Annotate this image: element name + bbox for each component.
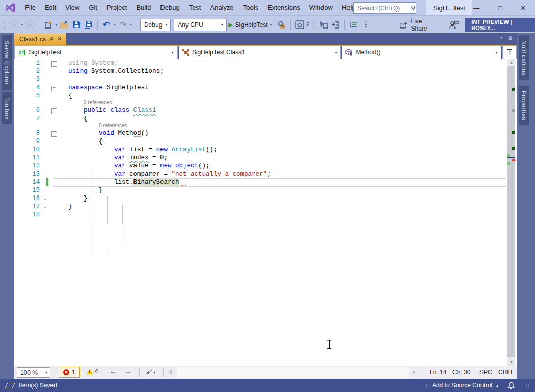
code-editor[interactable]: 1−using System;2using System.Collections… bbox=[14, 59, 517, 366]
code-line-8[interactable]: 8− void Method() bbox=[14, 129, 517, 137]
code-line-11[interactable]: 11 var index = 0; bbox=[14, 154, 517, 162]
code-line-12[interactable]: 12 var value = new object(); bbox=[14, 162, 517, 170]
account-badge-button[interactable]: INT PREVIEW | ROSLY... bbox=[465, 18, 535, 32]
menu-item-tools[interactable]: Tools bbox=[238, 0, 263, 15]
left-rail-tab-toolbox[interactable]: Toolbox bbox=[2, 92, 12, 124]
pin-icon[interactable]: ⚲ bbox=[48, 35, 56, 43]
horizontal-scrollbar-thumb[interactable] bbox=[177, 367, 409, 377]
collapse-region-icon[interactable]: − bbox=[51, 61, 57, 67]
code-line-3[interactable]: 3 bbox=[14, 75, 517, 83]
code-line-16[interactable]: 16 } bbox=[14, 194, 517, 203]
live-share-button[interactable]: Live Share bbox=[399, 19, 436, 31]
code-line-7[interactable]: 7 { bbox=[14, 115, 517, 123]
format-options-button[interactable]: ″ ▾ bbox=[360, 19, 372, 31]
menu-item-build[interactable]: Build bbox=[131, 0, 155, 15]
add-to-source-control-button[interactable]: Add to Source Control bbox=[432, 382, 492, 389]
source-control-caret-icon[interactable]: ▴ bbox=[496, 383, 498, 388]
quick-search-box[interactable]: Search (Ctrl+Q) ⚲ bbox=[353, 2, 416, 14]
redo-dropdown[interactable]: ▾ bbox=[130, 22, 132, 27]
menu-item-file[interactable]: File bbox=[20, 0, 40, 15]
home-options-dropdown[interactable]: ▾ bbox=[307, 22, 309, 27]
home-button[interactable] bbox=[293, 19, 306, 31]
maximize-button[interactable]: □ bbox=[492, 0, 509, 15]
encoding-indicator[interactable]: SPC bbox=[479, 369, 492, 376]
sort-usings-button[interactable] bbox=[347, 19, 360, 31]
redo-button[interactable]: ↷ bbox=[117, 19, 129, 31]
find-in-files-button[interactable] bbox=[276, 19, 288, 31]
code-line-1[interactable]: 1−using System; bbox=[14, 59, 517, 67]
toolbar-grip[interactable] bbox=[3, 20, 5, 30]
menu-item-debug[interactable]: Debug bbox=[155, 0, 184, 15]
minimize-button[interactable]: — bbox=[468, 0, 485, 15]
collapse-region-icon[interactable]: − bbox=[51, 131, 57, 137]
resize-grip[interactable] bbox=[526, 383, 530, 387]
column-indicator[interactable]: Ch: 30 bbox=[452, 369, 470, 376]
collapse-region-icon[interactable]: − bbox=[51, 108, 57, 114]
tab-list-dropdown-icon[interactable]: ▾ bbox=[500, 35, 502, 42]
type-dropdown[interactable]: SigHelpTest.Class1 ▾ bbox=[179, 46, 341, 59]
warning-count-button[interactable]: 4 bbox=[87, 368, 98, 375]
left-rail-tab-server-explorer[interactable]: Server Explorer bbox=[2, 35, 12, 90]
solution-configuration-combo[interactable]: Debug ▾ bbox=[140, 19, 171, 31]
right-rail-tab-properties[interactable]: Properties bbox=[519, 86, 529, 125]
collapse-region-icon[interactable]: − bbox=[51, 86, 57, 91]
scroll-up-icon[interactable]: ▲ bbox=[507, 59, 515, 66]
save-all-button[interactable] bbox=[83, 19, 95, 31]
vertical-scrollbar[interactable]: ▲ ▼ bbox=[507, 59, 515, 366]
toolbar-grip[interactable] bbox=[313, 20, 315, 30]
code-line-18[interactable]: 18 bbox=[14, 211, 517, 219]
split-window-button[interactable]: ↕ bbox=[502, 46, 517, 59]
menu-item-analyze[interactable]: Analyze bbox=[205, 0, 238, 15]
menu-item-view[interactable]: View bbox=[61, 0, 84, 15]
navigate-to-file-button[interactable] bbox=[330, 19, 342, 31]
zoom-level-combo[interactable]: 100 % ▾ bbox=[17, 367, 50, 378]
code-cleanup-button[interactable]: 🖌 ▾ bbox=[146, 368, 155, 375]
save-button[interactable] bbox=[70, 19, 83, 31]
member-dropdown[interactable]: Method() ▾ bbox=[342, 46, 501, 59]
project-dropdown[interactable]: C# SigHelpTest ▾ bbox=[14, 46, 178, 59]
line-ending-indicator[interactable]: CRLF bbox=[498, 369, 514, 376]
code-line-15[interactable]: 15 } bbox=[14, 186, 517, 194]
menu-item-window[interactable]: Window bbox=[305, 0, 337, 15]
navigate-backward-button[interactable]: ◀ bbox=[8, 19, 20, 31]
codelens-references-link[interactable]: 0 references bbox=[84, 100, 112, 105]
undo-dropdown[interactable]: ▾ bbox=[114, 22, 116, 27]
navigate-forward-button[interactable]: ▶ bbox=[24, 19, 36, 31]
right-rail-tab-notifications[interactable]: Notifications bbox=[519, 35, 529, 80]
code-line-5[interactable]: 5{ bbox=[14, 92, 517, 100]
document-tab-class1[interactable]: Class1.cs ⚲ ✕ bbox=[14, 33, 66, 45]
menu-item-edit[interactable]: Edit bbox=[40, 0, 61, 15]
menu-item-extensions[interactable]: Extensions bbox=[263, 0, 305, 15]
notifications-bell-icon[interactable] bbox=[507, 382, 515, 389]
new-project-button[interactable] bbox=[42, 19, 54, 31]
new-project-dropdown[interactable]: ▾ bbox=[55, 22, 57, 27]
menu-item-project[interactable]: Project bbox=[102, 0, 131, 15]
line-indicator[interactable]: Ln: 14 bbox=[430, 369, 446, 376]
send-feedback-button[interactable] bbox=[447, 19, 460, 31]
error-count-button[interactable]: ✕ 1 bbox=[59, 367, 80, 378]
code-line-9[interactable]: 9 { bbox=[14, 137, 517, 146]
code-line-13[interactable]: 13 var comparer = "not actually a compar… bbox=[14, 170, 517, 178]
undo-button[interactable]: ↶ bbox=[100, 19, 113, 31]
codelens-references-link[interactable]: 0 references bbox=[99, 123, 127, 128]
code-line-4[interactable]: 4−namespace SigHelpTest bbox=[14, 83, 517, 92]
scroll-right-icon[interactable] bbox=[413, 370, 416, 375]
next-issue-button[interactable]: → bbox=[125, 367, 132, 375]
navigate-backward-dropdown[interactable]: ▾ bbox=[21, 22, 23, 27]
code-line-14[interactable]: 14 list.BinarySearch bbox=[14, 178, 517, 186]
open-file-button[interactable] bbox=[58, 19, 70, 31]
solution-platform-combo[interactable]: Any CPU ▾ bbox=[174, 19, 227, 31]
menu-item-test[interactable]: Test bbox=[184, 0, 206, 15]
previous-issue-button[interactable]: ← bbox=[110, 367, 117, 375]
scroll-down-icon[interactable]: ▼ bbox=[507, 359, 515, 366]
scroll-left-icon[interactable] bbox=[169, 370, 172, 375]
code-line-17[interactable]: 17} bbox=[14, 203, 517, 211]
close-button[interactable]: ✕ bbox=[515, 0, 532, 15]
menu-item-git[interactable]: Git bbox=[84, 0, 102, 15]
close-tab-icon[interactable]: ✕ bbox=[57, 36, 62, 42]
run-target-dropdown[interactable]: ▾ bbox=[270, 22, 272, 27]
go-to-button[interactable] bbox=[317, 19, 330, 31]
document-well-options-gear-icon[interactable]: ⚙ bbox=[507, 35, 513, 42]
start-debugging-button[interactable]: ▶ SigHelpTest ▾ bbox=[228, 19, 270, 31]
code-line-6[interactable]: 6− public class Class1 bbox=[14, 106, 517, 115]
